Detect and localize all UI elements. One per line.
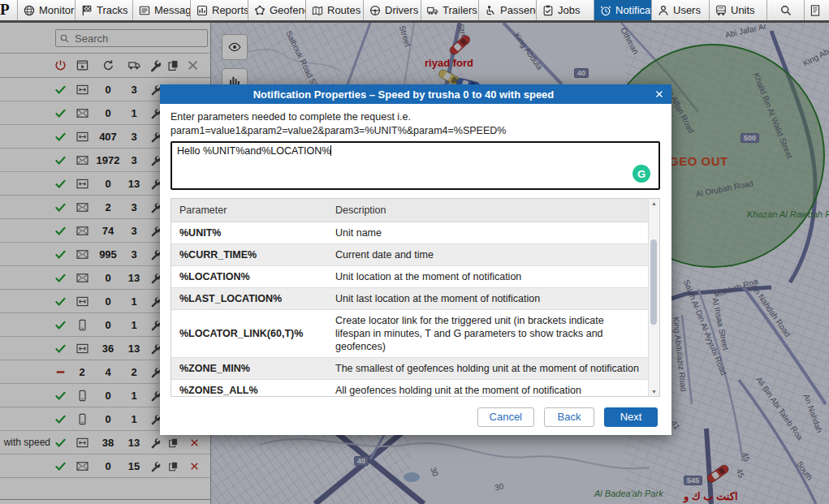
globe-icon — [23, 4, 36, 17]
scroll-up-icon[interactable]: ▲ — [649, 200, 659, 206]
parameter-description: Unit last location at the moment of noti… — [327, 288, 649, 310]
tab-label: Trailers — [443, 4, 477, 16]
grammarly-badge[interactable]: G — [633, 165, 650, 183]
workspace: 0301407319723013237439953013010136132420… — [0, 23, 829, 504]
modal-footer: Cancel Back Next — [160, 398, 671, 435]
nav-tabs: MonitorTracksMessagesReportsGeofencesRou… — [18, 0, 767, 20]
tab-partial[interactable] — [805, 0, 823, 20]
parameter-row[interactable]: %UNIT%Unit name — [171, 222, 649, 244]
next-button[interactable]: Next — [604, 407, 658, 427]
parameter-row[interactable]: %ZONES_ALL%All geofences holding unit at… — [171, 380, 649, 398]
modal-title: Notification Properties – Speed by trush… — [160, 88, 647, 101]
tab-search[interactable] — [767, 0, 805, 20]
msg-icon — [138, 4, 151, 17]
parameter-name: %CURR_TIME% — [171, 244, 327, 266]
parameter-description: Unit location at the moment of notificat… — [327, 266, 649, 288]
tab-reports[interactable]: Reports — [191, 0, 248, 20]
tab-label: Users — [673, 4, 701, 16]
message-textarea[interactable]: Hello %UNIT%and%LOCATION% G — [171, 141, 660, 190]
tab-monitor[interactable]: Monitor — [18, 0, 76, 20]
table-header-row: Parameter Description — [171, 199, 649, 222]
tab-trailers[interactable]: Trailers — [421, 0, 479, 20]
instructions-line-2: param1=value1&param2=value2&param3=%UNIT… — [171, 124, 660, 138]
scroll-down-icon[interactable]: ▼ — [649, 389, 659, 394]
parameter-name: %ZONES_ALL% — [171, 380, 327, 398]
tab-passengers[interactable]: Passengers — [479, 0, 537, 20]
tab-label: Jobs — [558, 4, 580, 16]
tab-jobs[interactable]: Jobs — [537, 0, 594, 20]
route-icon — [311, 4, 324, 17]
column-parameter: Parameter — [171, 199, 327, 222]
notification-properties-modal: Notification Properties – Speed by trush… — [160, 84, 671, 435]
close-button[interactable] — [647, 89, 671, 99]
tab-tracks[interactable]: Tracks — [76, 0, 133, 20]
bus-icon — [715, 4, 728, 17]
tab-messages[interactable]: Messages — [133, 0, 191, 20]
table-scrollbar[interactable]: ▲ ▼ — [648, 199, 659, 396]
tab-notifications[interactable]: Notifications — [594, 0, 652, 20]
back-button[interactable]: Back — [544, 407, 594, 427]
parameter-row[interactable]: %LAST_LOCATION%Unit last location at the… — [171, 288, 649, 310]
flag-icon — [80, 4, 93, 17]
tab-label: Passengers — [500, 4, 537, 16]
top-navbar: P MonitorTracksMessagesReportsGeofencesR… — [0, 0, 829, 23]
tab-label: Routes — [327, 4, 361, 16]
tab-label: Notifications — [615, 4, 652, 16]
parameter-row[interactable]: %LOCATOR_LINK(60,T)%Create locator link … — [171, 310, 649, 358]
steer-icon — [369, 4, 382, 17]
trailer-icon — [426, 4, 439, 17]
parameters-table: Parameter Description %UNIT%Unit name%CU… — [171, 198, 660, 397]
alarm-icon — [599, 4, 612, 17]
app-logo: P — [0, 0, 18, 20]
tab-label: Units — [731, 4, 755, 16]
cancel-button[interactable]: Cancel — [477, 407, 534, 427]
parameter-description: The smallest of geofences holding unit a… — [327, 358, 649, 380]
parameter-name: %LAST_LOCATION% — [171, 288, 327, 310]
parameter-row[interactable]: %CURR_TIME%Current date and time — [171, 244, 649, 266]
tab-label: Messages — [154, 4, 191, 16]
tab-label: Drivers — [385, 4, 418, 16]
jobs-icon — [542, 4, 555, 17]
instructions-line-1: Enter parameters needed to complete the … — [171, 110, 660, 124]
parameter-row[interactable]: %LOCATION%Unit location at the moment of… — [171, 266, 649, 288]
modal-body: Enter parameters needed to complete the … — [160, 104, 671, 398]
geo-icon — [253, 4, 266, 17]
textarea-value: Hello %UNIT%and%LOCATION% — [177, 145, 330, 157]
parameter-description: Current date and time — [327, 244, 649, 266]
text-caret — [330, 145, 331, 156]
parameter-description: All geofences holding unit at the moment… — [327, 380, 649, 398]
parameter-name: %LOCATOR_LINK(60,T)% — [171, 310, 327, 358]
tab-drivers[interactable]: Drivers — [364, 0, 421, 20]
modal-header: Notification Properties – Speed by trush… — [160, 84, 671, 104]
scrollbar-thumb[interactable] — [650, 239, 657, 325]
tab-users[interactable]: Users — [652, 0, 710, 20]
parameter-name: %UNIT% — [171, 222, 327, 244]
tab-label: Tracks — [97, 4, 128, 16]
column-description: Description — [327, 199, 649, 222]
pass-icon — [484, 4, 497, 17]
report-icon — [196, 4, 209, 17]
close-icon — [654, 89, 664, 99]
document-icon — [810, 4, 823, 17]
tab-label: Reports — [212, 4, 248, 16]
parameter-description: Create locator link for the triggered un… — [327, 310, 649, 358]
user-icon — [657, 4, 670, 17]
parameter-description: Unit name — [327, 222, 649, 244]
app-root: P MonitorTracksMessagesReportsGeofencesR… — [0, 0, 829, 23]
parameter-name: %ZONE_MIN% — [171, 358, 327, 380]
tab-routes[interactable]: Routes — [306, 0, 364, 20]
tab-units[interactable]: Units — [710, 0, 767, 20]
parameter-row[interactable]: %ZONE_MIN%The smallest of geofences hold… — [171, 358, 649, 380]
tab-label: Monitor — [39, 4, 74, 16]
search-icon — [779, 4, 792, 17]
tab-geofences[interactable]: Geofences — [248, 0, 306, 20]
parameter-name: %LOCATION% — [171, 266, 327, 288]
tab-label: Geofences — [270, 4, 306, 16]
